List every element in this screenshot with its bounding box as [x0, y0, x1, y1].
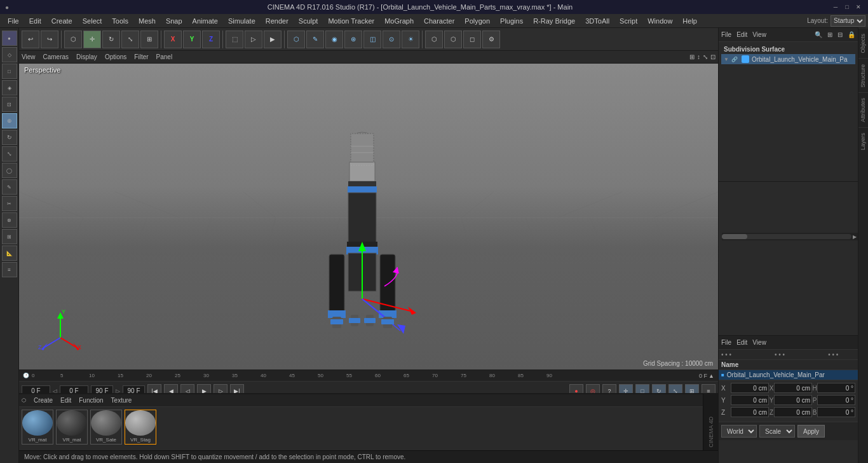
- config-btn[interactable]: ⚙: [482, 31, 500, 48]
- knife-btn[interactable]: ✂: [2, 196, 17, 211]
- material-swatch-2[interactable]: VR_Sate: [90, 410, 122, 445]
- mat-texture[interactable]: Texture: [111, 397, 132, 404]
- menu-select[interactable]: Select: [78, 16, 107, 26]
- mode-uv-btn[interactable]: ◈: [2, 80, 17, 95]
- right-file-tab[interactable]: File: [721, 31, 731, 38]
- move-tool-btn[interactable]: ⊕: [2, 113, 17, 128]
- menu-plugins[interactable]: Plugins: [495, 16, 528, 26]
- scale-btn2[interactable]: ⤡: [121, 31, 139, 48]
- attr-x2-input[interactable]: [774, 383, 812, 393]
- attr-z2-input[interactable]: [774, 407, 812, 417]
- menu-snap[interactable]: Snap: [161, 16, 187, 26]
- layer-btn[interactable]: ≡: [2, 262, 17, 277]
- mat-function[interactable]: Function: [79, 397, 103, 404]
- mode-points-btn[interactable]: ●: [2, 31, 17, 46]
- attr-p-input[interactable]: [817, 395, 855, 405]
- mode-edges-btn[interactable]: ◇: [2, 47, 17, 62]
- menu-edit[interactable]: Edit: [24, 16, 46, 26]
- y-axis-btn[interactable]: Y: [183, 31, 201, 48]
- menu-sculpt[interactable]: Sculpt: [294, 16, 323, 26]
- obj-tool-btn[interactable]: ◯: [2, 163, 17, 178]
- viewport-nav-cameras[interactable]: Cameras: [43, 53, 69, 60]
- right-edit-tab[interactable]: Edit: [736, 31, 747, 38]
- deformer-btn[interactable]: ◫: [363, 31, 381, 48]
- rotate-btn[interactable]: ↻: [102, 31, 120, 48]
- magnet-btn[interactable]: ⊗: [2, 212, 17, 228]
- tree-item-orbital[interactable]: ▼ 🔗 Orbital_Launch_Vehicle_Main_Pa: [721, 54, 855, 64]
- x-axis-btn[interactable]: X: [164, 31, 182, 48]
- hidden-btn[interactable]: ◻: [463, 31, 481, 48]
- viewport-nav-filter[interactable]: Filter: [134, 53, 148, 60]
- light-btn[interactable]: ☀: [402, 31, 419, 48]
- attr-object-row[interactable]: ■ Orbital_Launch_Vehicle_Main_Par: [719, 370, 858, 380]
- rotate-tool-btn[interactable]: ↻: [2, 130, 17, 145]
- select-live-btn[interactable]: ⊡: [2, 97, 17, 112]
- render-region-btn[interactable]: ⬚: [226, 31, 243, 48]
- menu-help[interactable]: Help: [677, 16, 702, 26]
- viewport-nav-view[interactable]: View: [22, 53, 36, 60]
- attr-h-input[interactable]: [817, 383, 855, 393]
- right-search-btn[interactable]: 🔍: [815, 31, 822, 38]
- attr-y2-input[interactable]: [774, 395, 812, 405]
- attr-x-input[interactable]: [731, 383, 769, 393]
- measure-btn[interactable]: 📐: [2, 245, 17, 261]
- viewport-3d[interactable]: Y X Z Perspective Grid Spacing : 10000 c…: [19, 64, 718, 370]
- menu-polygon[interactable]: Polygon: [459, 16, 495, 26]
- material-swatch-1[interactable]: VR_mat: [56, 410, 88, 445]
- menu-window[interactable]: Window: [642, 16, 677, 26]
- menu-create[interactable]: Create: [46, 16, 78, 26]
- menu-mograph[interactable]: MoGraph: [379, 16, 419, 26]
- mat-create[interactable]: Create: [34, 397, 53, 404]
- attr-view-tab[interactable]: View: [752, 339, 766, 346]
- right-view-tab[interactable]: View: [752, 31, 766, 38]
- menu-script[interactable]: Script: [614, 16, 642, 26]
- frame-up-btn[interactable]: ▲: [707, 373, 715, 379]
- scale-select[interactable]: Scale: [759, 425, 795, 438]
- menu-animate[interactable]: Animate: [187, 16, 223, 26]
- render-btn[interactable]: ▶: [264, 31, 281, 48]
- right-expand-btn[interactable]: ⊞: [827, 31, 832, 38]
- scale-tool-btn[interactable]: ⤡: [2, 146, 17, 162]
- wire-btn[interactable]: ⬡: [444, 31, 462, 48]
- world-select[interactable]: World: [721, 425, 757, 438]
- attr-z-input[interactable]: [731, 407, 769, 417]
- viewport-expand-btn[interactable]: ⊞: [689, 53, 695, 60]
- camera-btn2[interactable]: ⊙: [383, 31, 400, 48]
- side-tab-objects[interactable]: Objects: [858, 28, 868, 59]
- z-axis-btn[interactable]: Z: [202, 31, 220, 48]
- menu-character[interactable]: Character: [419, 16, 459, 26]
- right-lock-btn[interactable]: 🔒: [848, 31, 855, 38]
- menu-motion-tracker[interactable]: Motion Tracker: [323, 16, 379, 26]
- right-h-scrollbar[interactable]: ▶: [722, 233, 858, 240]
- minimize-button[interactable]: ─: [831, 3, 840, 11]
- select-btn[interactable]: ⬡: [64, 31, 82, 48]
- menu-render[interactable]: Render: [261, 16, 294, 26]
- render-view-btn[interactable]: ▷: [245, 31, 262, 48]
- attr-y-input[interactable]: [731, 395, 769, 405]
- viewport-nav-display[interactable]: Display: [76, 53, 97, 60]
- attr-b-input[interactable]: [817, 407, 855, 417]
- pen-btn[interactable]: ✎: [306, 31, 324, 48]
- right-collapse-btn[interactable]: ⊟: [837, 31, 843, 38]
- undo-btn[interactable]: ↩: [22, 31, 39, 48]
- transform-btn[interactable]: ⊞: [140, 31, 158, 48]
- side-tab-layers[interactable]: Layers: [858, 127, 868, 155]
- mat-edit[interactable]: Edit: [60, 397, 71, 404]
- viewport-full-btn[interactable]: ⊡: [710, 53, 715, 60]
- apply-button[interactable]: Apply: [797, 425, 825, 438]
- layout-select[interactable]: Startup: [831, 15, 865, 27]
- scroll-right-btn[interactable]: ▶: [851, 234, 858, 240]
- attr-file-tab[interactable]: File: [721, 339, 731, 346]
- side-tab-attributes[interactable]: Attributes: [858, 92, 868, 127]
- viewport-zoom-btn[interactable]: ⤡: [703, 53, 708, 60]
- poly-pen-btn[interactable]: ✎: [2, 179, 17, 195]
- menu-tools[interactable]: Tools: [107, 16, 133, 26]
- viewport-nav-options[interactable]: Options: [105, 53, 126, 60]
- h-scrollbar-thumb[interactable]: [722, 234, 747, 239]
- close-button[interactable]: ✕: [854, 3, 863, 11]
- viewport-nav-panel[interactable]: Panel: [156, 53, 173, 60]
- material-swatch-0[interactable]: VR_mat: [22, 410, 53, 445]
- menu-simulate[interactable]: Simulate: [223, 16, 261, 26]
- nurbs-btn[interactable]: ◉: [325, 31, 343, 48]
- maximize-button[interactable]: □: [843, 3, 851, 11]
